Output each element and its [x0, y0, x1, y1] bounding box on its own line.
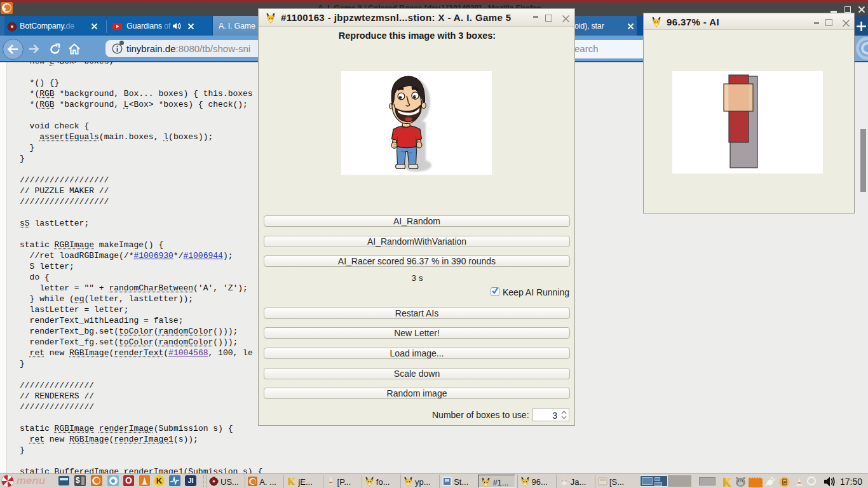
- svg-text:P: P: [783, 480, 787, 485]
